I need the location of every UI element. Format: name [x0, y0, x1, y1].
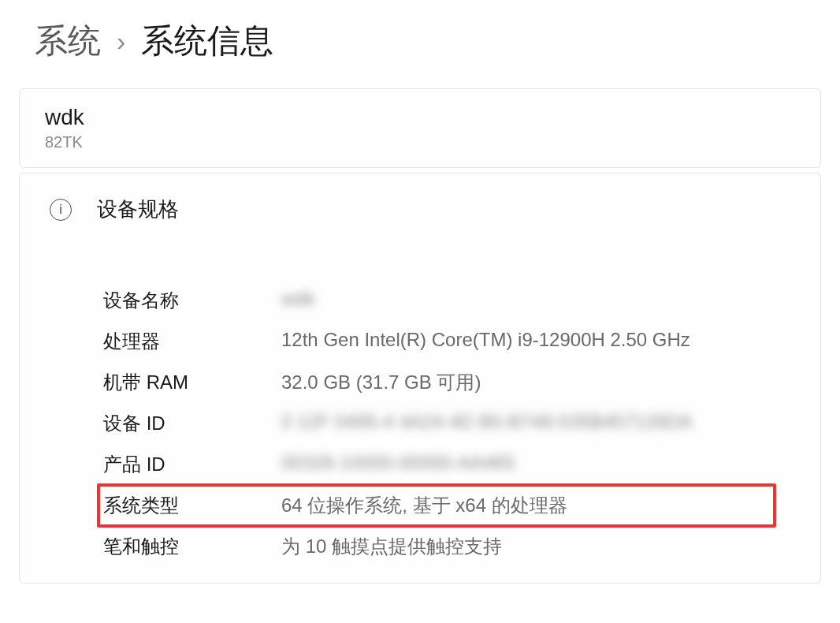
breadcrumb-parent[interactable]: 系统	[35, 19, 101, 63]
device-name: wdk	[45, 105, 795, 130]
spec-value: 12th Gen Intel(R) Core(TM) i9-12900H 2.5…	[281, 329, 795, 351]
spec-label: 机带 RAM	[103, 370, 281, 395]
breadcrumb-current: 系统信息	[141, 19, 273, 63]
device-header-card: wdk 82TK	[19, 88, 821, 168]
device-specs-card: i 设备规格 设备名称wdk处理器12th Gen Intel(R) Core(…	[19, 173, 821, 584]
breadcrumb: 系统 › 系统信息	[0, 0, 840, 82]
spec-value: 64 位操作系统, 基于 x64 的处理器	[281, 493, 795, 518]
specs-body: 设备名称wdk处理器12th Gen Intel(R) Core(TM) i9-…	[20, 264, 820, 583]
spec-value: 00326-10000-00000-AA465	[281, 452, 795, 474]
spec-row: 笔和触控为 10 触摸点提供触控支持	[103, 526, 795, 567]
info-icon: i	[50, 199, 72, 221]
spec-row: 系统类型64 位操作系统, 基于 x64 的处理器	[103, 485, 795, 526]
specs-title: 设备规格	[97, 196, 179, 223]
spec-label: 系统类型	[103, 493, 281, 518]
spec-label: 笔和触控	[103, 534, 281, 559]
spec-value: 0 12F 0495-4 4A24-4D B0-B748-535B457126D…	[281, 411, 795, 433]
specs-header[interactable]: i 设备规格	[20, 173, 820, 245]
spec-row: 机带 RAM32.0 GB (31.7 GB 可用)	[103, 362, 795, 403]
spec-row: 处理器12th Gen Intel(R) Core(TM) i9-12900H …	[103, 321, 795, 362]
spec-row: 产品 ID00326-10000-00000-AA465	[103, 444, 795, 485]
spec-value: 32.0 GB (31.7 GB 可用)	[281, 370, 795, 395]
spec-label: 产品 ID	[103, 452, 281, 477]
spec-row: 设备 ID0 12F 0495-4 4A24-4D B0-B748-535B45…	[103, 403, 795, 444]
spec-label: 设备名称	[103, 288, 281, 313]
device-model: 82TK	[45, 133, 795, 151]
spec-value: 为 10 触摸点提供触控支持	[281, 534, 795, 559]
spec-value: wdk	[281, 288, 795, 310]
spec-row: 设备名称wdk	[103, 280, 795, 321]
spec-label: 处理器	[103, 329, 281, 354]
spec-label: 设备 ID	[103, 411, 281, 436]
chevron-right-icon: ›	[117, 26, 125, 57]
